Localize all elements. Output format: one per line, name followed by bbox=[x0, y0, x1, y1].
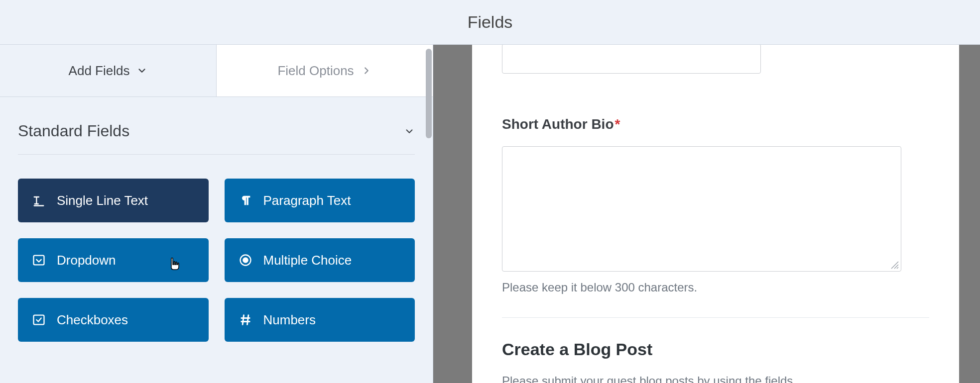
field-label: Paragraph Text bbox=[263, 193, 351, 208]
section-header[interactable]: Standard Fields bbox=[18, 112, 415, 155]
text-cursor-icon bbox=[32, 193, 46, 207]
form-preview: Short Author Bio * Please keep it below … bbox=[472, 45, 959, 383]
field-paragraph-text[interactable]: Paragraph Text bbox=[225, 179, 415, 222]
svg-line-7 bbox=[247, 315, 248, 325]
resize-grip-icon[interactable] bbox=[890, 260, 899, 269]
divider bbox=[502, 317, 929, 318]
section-title: Standard Fields bbox=[18, 122, 129, 140]
tab-field-options[interactable]: Field Options bbox=[216, 45, 433, 96]
checkbox-icon bbox=[32, 313, 46, 327]
sidebar-tabs: Add Fields Field Options bbox=[0, 45, 433, 97]
sidebar-body: Standard Fields Single Line Text bbox=[0, 97, 433, 342]
dropdown-icon bbox=[32, 253, 46, 267]
main-content: Add Fields Field Options Standard Fields bbox=[0, 45, 980, 383]
helper-text: Please keep it below 300 characters. bbox=[502, 281, 929, 294]
svg-rect-0 bbox=[34, 256, 44, 265]
preview-gutter bbox=[959, 45, 980, 383]
chevron-right-icon bbox=[361, 65, 372, 76]
field-dropdown[interactable]: Dropdown bbox=[18, 238, 209, 282]
chevron-down-icon bbox=[136, 65, 147, 76]
svg-line-6 bbox=[243, 315, 244, 325]
paragraph-icon bbox=[239, 193, 252, 207]
scrollbar-thumb[interactable] bbox=[426, 49, 432, 138]
text-input[interactable] bbox=[502, 45, 761, 74]
svg-line-10 bbox=[897, 267, 898, 269]
bio-textarea[interactable] bbox=[502, 146, 901, 272]
section-description: Please submit your guest blog posts by u… bbox=[502, 374, 929, 383]
tab-add-fields[interactable]: Add Fields bbox=[0, 45, 216, 96]
field-label: Checkboxes bbox=[57, 312, 128, 328]
field-label: Multiple Choice bbox=[263, 253, 352, 268]
field-label: Dropdown bbox=[57, 253, 116, 268]
field-multiple-choice[interactable]: Multiple Choice bbox=[225, 238, 415, 282]
svg-point-2 bbox=[243, 258, 247, 262]
section-heading: Create a Blog Post bbox=[502, 340, 929, 359]
label-text: Short Author Bio bbox=[502, 116, 613, 132]
required-marker: * bbox=[614, 116, 620, 132]
field-single-line-text[interactable]: Single Line Text bbox=[18, 179, 209, 222]
svg-line-8 bbox=[891, 262, 898, 269]
field-label-bio: Short Author Bio * bbox=[502, 116, 929, 132]
sidebar: Add Fields Field Options Standard Fields bbox=[0, 45, 433, 383]
tab-add-fields-label: Add Fields bbox=[69, 63, 130, 79]
preview-gutter bbox=[433, 45, 472, 383]
svg-rect-3 bbox=[34, 315, 44, 325]
page-header: Fields bbox=[0, 0, 980, 45]
field-label: Single Line Text bbox=[57, 193, 148, 208]
scrollbar[interactable] bbox=[424, 45, 433, 383]
hash-icon bbox=[239, 313, 252, 327]
tab-field-options-label: Field Options bbox=[277, 63, 354, 79]
field-grid: Single Line Text Paragraph Text bbox=[18, 179, 415, 342]
field-checkboxes[interactable]: Checkboxes bbox=[18, 298, 209, 342]
chevron-down-icon bbox=[404, 126, 415, 137]
radio-icon bbox=[239, 253, 252, 267]
preview-area: Short Author Bio * Please keep it below … bbox=[433, 45, 980, 383]
field-label: Numbers bbox=[263, 312, 316, 328]
page-title: Fields bbox=[468, 12, 513, 32]
field-numbers[interactable]: Numbers bbox=[225, 298, 415, 342]
